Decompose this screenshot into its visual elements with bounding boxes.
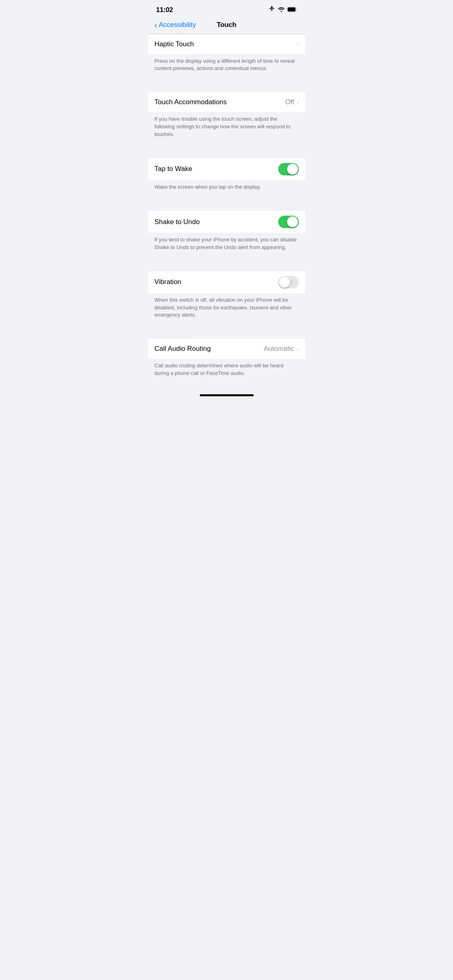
vibration-row: Vibration (148, 271, 305, 293)
battery-icon (287, 6, 297, 14)
tap-to-wake-row: Tap to Wake (148, 158, 305, 180)
call-audio-routing-row[interactable]: Call Audio Routing Automatic › (148, 339, 305, 359)
haptic-touch-group: Haptic Touch › (148, 34, 305, 54)
airplane-icon (269, 6, 275, 14)
separator-3 (148, 197, 305, 211)
separator-5 (148, 325, 305, 339)
tap-to-wake-label: Tap to Wake (155, 165, 192, 173)
haptic-touch-label: Haptic Touch (155, 40, 194, 48)
tap-to-wake-toggle-line (285, 167, 285, 172)
shake-to-undo-toggle[interactable] (278, 216, 299, 228)
shake-to-undo-toggle-line (285, 219, 285, 224)
separator-2 (148, 144, 305, 158)
shake-to-undo-row: Shake to Undo (148, 211, 305, 233)
vibration-description: When this switch is off, all vibration o… (148, 293, 305, 325)
vibration-toggle-line (292, 280, 292, 285)
back-label: Accessibility (159, 21, 196, 29)
haptic-touch-description: Press on the display using a different l… (148, 54, 305, 78)
wifi-icon (278, 6, 285, 14)
tap-to-wake-toggle[interactable] (278, 163, 299, 175)
shake-to-undo-group: Shake to Undo (148, 211, 305, 233)
call-audio-routing-group: Call Audio Routing Automatic › (148, 339, 305, 359)
separator-1 (148, 78, 305, 92)
shake-to-undo-label: Shake to Undo (155, 218, 200, 226)
vibration-toggle[interactable] (278, 276, 299, 288)
call-audio-routing-value: Automatic (264, 345, 294, 353)
page-wrapper: 11:02 (148, 0, 305, 980)
touch-accommodations-value: Off (285, 98, 294, 106)
separator-4 (148, 257, 305, 271)
touch-accommodations-group: Touch Accommodations Off › (148, 92, 305, 112)
touch-accommodations-chevron: › (297, 99, 299, 106)
haptic-touch-chevron: › (297, 41, 299, 47)
home-bar (200, 394, 254, 396)
nav-header: ‹ Accessibility Touch (148, 18, 305, 34)
status-time: 11:02 (156, 6, 173, 14)
call-audio-routing-description: Call audio routing determines where audi… (148, 359, 305, 383)
tap-to-wake-description: Wake the screen when you tap on the disp… (148, 180, 305, 197)
home-indicator (148, 391, 305, 399)
haptic-touch-row[interactable]: Haptic Touch › (148, 34, 305, 54)
vibration-toggle-knob (279, 277, 290, 288)
touch-accommodations-label: Touch Accommodations (155, 98, 227, 106)
haptic-touch-right: › (297, 41, 299, 47)
back-button[interactable]: ‹ Accessibility (155, 21, 196, 29)
shake-to-undo-toggle-knob (287, 216, 298, 227)
vibration-label: Vibration (155, 278, 182, 286)
svg-rect-1 (288, 8, 295, 12)
tap-to-wake-group: Tap to Wake (148, 158, 305, 181)
touch-accommodations-row[interactable]: Touch Accommodations Off › (148, 92, 305, 112)
tap-to-wake-toggle-knob (287, 164, 298, 175)
status-icons (269, 6, 297, 14)
call-audio-routing-right: Automatic › (264, 345, 299, 353)
shake-to-undo-description: If you tend to shake your iPhone by acci… (148, 233, 305, 257)
touch-accommodations-right: Off › (285, 98, 298, 106)
call-audio-routing-label: Call Audio Routing (155, 345, 211, 353)
back-chevron-icon: ‹ (155, 21, 157, 29)
status-bar: 11:02 (148, 0, 305, 18)
call-audio-routing-chevron: › (297, 346, 299, 352)
touch-accommodations-description: If you have trouble using the touch scre… (148, 112, 305, 144)
vibration-group: Vibration (148, 271, 305, 293)
page-title: Touch (217, 21, 236, 29)
